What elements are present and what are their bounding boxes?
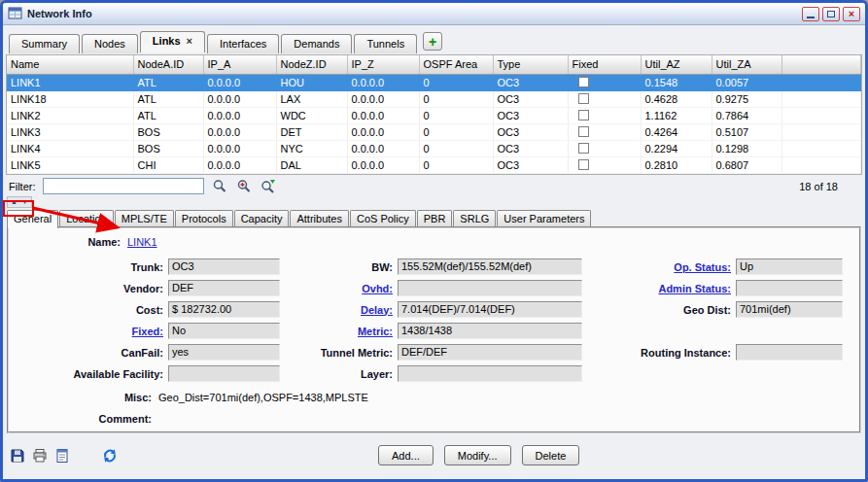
tunnel-metric-field[interactable]: DEF/DEF — [398, 344, 582, 361]
column-header-type[interactable]: Type — [493, 55, 568, 74]
cell-name[interactable]: LINK1 — [7, 74, 133, 90]
admin-status-label-link[interactable]: Admin Status: — [590, 283, 736, 294]
trunk-field[interactable]: OC3 — [168, 258, 280, 275]
cell-type[interactable]: OC3 — [493, 90, 568, 107]
cell-ip-a[interactable]: 0.0.0.0 — [203, 140, 276, 156]
detail-tab-srlg[interactable]: SRLG — [453, 210, 496, 226]
modify-button[interactable]: Modify... — [444, 445, 511, 465]
ovhd-label-link[interactable]: Ovhd: — [289, 283, 398, 294]
report-icon[interactable] — [53, 447, 71, 464]
cell-node-a-id[interactable]: ATL — [133, 107, 203, 123]
cell-util-za[interactable]: 0.6807 — [712, 156, 781, 173]
cell-node-z-id[interactable]: DAL — [276, 156, 347, 173]
tab-summary[interactable]: Summary — [9, 34, 80, 53]
add-button[interactable]: Add... — [378, 445, 434, 465]
column-header-name[interactable]: Name — [7, 55, 133, 74]
tab-nodes[interactable]: Nodes — [82, 34, 138, 53]
detail-tab-attributes[interactable]: Attributes — [290, 210, 348, 226]
admin-status-field[interactable] — [736, 280, 843, 296]
collapse-up-icon[interactable]: ▲ — [11, 198, 17, 206]
detail-tab-pbr[interactable]: PBR — [417, 210, 453, 226]
cell-node-a-id[interactable]: ATL — [133, 90, 203, 107]
refresh-icon[interactable] — [101, 447, 119, 464]
fixed-field[interactable]: No — [168, 323, 280, 339]
expand-down-icon[interactable]: ▼ — [21, 198, 28, 206]
cell-node-a-id[interactable]: ATL — [133, 74, 203, 90]
minimize-button[interactable] — [802, 7, 819, 21]
fixed-checkbox[interactable] — [578, 77, 589, 87]
cell-node-a-id[interactable]: BOS — [133, 123, 203, 140]
metric-field[interactable]: 1438/1438 — [398, 323, 582, 339]
column-header-ip-a[interactable]: IP_A — [203, 55, 276, 74]
cell-ip-a[interactable]: 0.0.0.0 — [203, 90, 276, 107]
cell-ospf-area[interactable]: 0 — [419, 140, 493, 156]
cell-name[interactable]: LINK2 — [7, 107, 133, 123]
vendor-field[interactable]: DEF — [168, 280, 280, 296]
cell-ip-z[interactable]: 0.0.0.0 — [347, 90, 419, 107]
tab-tunnels[interactable]: Tunnels — [354, 34, 417, 53]
cell-util-az[interactable]: 0.1548 — [641, 74, 712, 90]
restore-button[interactable] — [822, 7, 840, 21]
cost-field[interactable]: $ 182732.00 — [168, 301, 280, 318]
table-row[interactable]: LINK3 BOS 0.0.0.0 DET 0.0.0.0 0 OC3 0.42… — [7, 123, 861, 140]
cell-node-z-id[interactable]: DET — [276, 123, 347, 140]
cell-util-az[interactable]: 0.2294 — [641, 140, 712, 156]
cell-type[interactable]: OC3 — [493, 156, 568, 173]
table-row[interactable]: LINK2 ATL 0.0.0.0 WDC 0.0.0.0 0 OC3 1.11… — [7, 107, 861, 123]
tab-links[interactable]: Links × — [140, 31, 205, 52]
column-header-ip-z[interactable]: IP_Z — [347, 55, 419, 74]
cell-ospf-area[interactable]: 0 — [419, 90, 493, 107]
canfail-field[interactable]: yes — [168, 344, 280, 361]
cell-ospf-area[interactable]: 0 — [419, 74, 493, 90]
cell-util-za[interactable]: 0.9275 — [712, 90, 781, 107]
fixed-label-link[interactable]: Fixed: — [15, 326, 168, 337]
cell-ip-z[interactable]: 0.0.0.0 — [347, 123, 419, 140]
close-button[interactable]: × — [843, 7, 860, 21]
cell-ospf-area[interactable]: 0 — [419, 107, 493, 123]
filter-input[interactable] — [43, 178, 204, 194]
cell-ip-z[interactable]: 0.0.0.0 — [347, 74, 419, 90]
cell-node-z-id[interactable]: LAX — [276, 90, 347, 107]
op-status-field[interactable]: Up — [736, 258, 843, 275]
delay-field[interactable]: 7.014(DEF)/7.014(DEF) — [398, 301, 582, 318]
cell-ip-a[interactable]: 0.0.0.0 — [203, 123, 276, 140]
table-row[interactable]: LINK4 BOS 0.0.0.0 NYC 0.0.0.0 0 OC3 0.22… — [7, 140, 861, 156]
detail-tab-user-parameters[interactable]: User Parameters — [497, 210, 591, 226]
cell-ip-z[interactable]: 0.0.0.0 — [347, 140, 419, 156]
cell-node-a-id[interactable]: CHI — [133, 156, 203, 173]
column-header-node-a-id[interactable]: NodeA.ID — [133, 55, 203, 74]
cell-node-z-id[interactable]: HOU — [276, 74, 347, 90]
fixed-checkbox[interactable] — [578, 143, 589, 154]
cell-type[interactable]: OC3 — [493, 107, 568, 123]
filter-search-icon[interactable] — [260, 178, 277, 194]
layer-field[interactable] — [398, 365, 582, 382]
cell-type[interactable]: OC3 — [493, 123, 568, 140]
geo-dist-field[interactable]: 701mi(def) — [736, 301, 843, 318]
fixed-checkbox[interactable] — [578, 93, 589, 104]
cell-util-az[interactable]: 0.4264 — [641, 123, 712, 140]
available-facility-field[interactable] — [168, 365, 280, 382]
cell-node-a-id[interactable]: BOS — [133, 140, 203, 156]
column-header-util-za[interactable]: Util_ZA — [712, 55, 781, 74]
routing-instance-field[interactable] — [736, 344, 843, 361]
fixed-checkbox[interactable] — [578, 126, 589, 137]
cell-type[interactable]: OC3 — [493, 140, 568, 156]
cell-name[interactable]: LINK18 — [7, 90, 133, 107]
cell-util-za[interactable]: 0.0057 — [712, 74, 781, 90]
delete-button[interactable]: Delete — [522, 445, 580, 465]
cell-util-za[interactable]: 0.7864 — [712, 107, 781, 123]
cell-util-az[interactable]: 1.1162 — [641, 107, 712, 123]
column-header-fixed[interactable]: Fixed — [568, 55, 641, 74]
cell-util-az[interactable]: 0.4628 — [641, 90, 712, 107]
bw-field[interactable]: 155.52M(def)/155.52M(def) — [398, 258, 582, 275]
cell-ip-a[interactable]: 0.0.0.0 — [203, 156, 276, 173]
delay-label-link[interactable]: Delay: — [289, 304, 398, 316]
cell-type[interactable]: OC3 — [493, 74, 568, 90]
table-row[interactable]: LINK18 ATL 0.0.0.0 LAX 0.0.0.0 0 OC3 0.4… — [7, 90, 861, 107]
cell-util-az[interactable]: 0.2810 — [641, 156, 712, 173]
cell-name[interactable]: LINK4 — [7, 140, 133, 156]
detail-tab-general[interactable]: General — [7, 210, 58, 228]
tab-interfaces[interactable]: Interfaces — [207, 34, 279, 53]
print-icon[interactable] — [31, 447, 49, 464]
save-icon[interactable] — [9, 447, 26, 464]
